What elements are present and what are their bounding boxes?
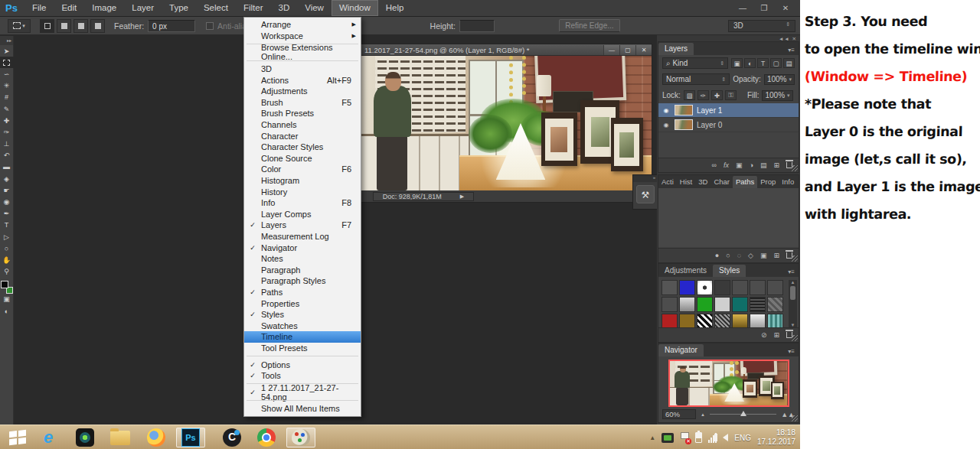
eraser-tool[interactable]: ▬ xyxy=(0,161,14,173)
resize-grip[interactable] xyxy=(792,255,798,262)
tab-navigator[interactable]: Navigator xyxy=(658,344,704,356)
brush-tool[interactable]: ✑ xyxy=(0,126,14,138)
clone-stamp-tool[interactable]: ⊥ xyxy=(0,138,14,150)
fill-input[interactable]: 100%▾ xyxy=(762,90,792,101)
selection-from-path-icon[interactable]: ◌ xyxy=(737,252,741,259)
window-restore-button[interactable]: ❐ xyxy=(759,4,769,12)
visibility-eye-icon[interactable]: ◉ xyxy=(662,122,671,129)
tab-prop[interactable]: Prop xyxy=(757,176,779,188)
window-minimize-button[interactable]: — xyxy=(737,4,748,12)
zoom-slider[interactable] xyxy=(710,414,776,415)
color-swatches[interactable] xyxy=(1,281,13,294)
menu-item-brush[interactable]: BrushF5 xyxy=(244,97,361,109)
menu-image[interactable]: Image xyxy=(84,0,124,16)
layer-mask-icon[interactable]: ▣ xyxy=(736,161,743,169)
workspace-switcher[interactable]: 3D⇕ xyxy=(728,20,795,32)
lock-paint-icon[interactable]: ✑ xyxy=(697,90,709,100)
style-swatch[interactable] xyxy=(767,280,783,295)
move-tool[interactable]: ➤ xyxy=(0,45,14,57)
menu-item-info[interactable]: InfoF8 xyxy=(244,197,361,209)
menu-edit[interactable]: Edit xyxy=(54,0,84,16)
blend-mode-select[interactable]: Normal⇕ xyxy=(662,73,730,85)
style-swatch[interactable] xyxy=(662,314,678,329)
document-canvas[interactable] xyxy=(361,56,652,190)
magic-wand-tool[interactable]: ✳ xyxy=(0,80,14,92)
tab-3d[interactable]: 3D xyxy=(695,176,710,188)
kind-filter-select[interactable]: ⌕ Kind⇕ xyxy=(662,57,728,69)
menu-item-3d[interactable]: 3D xyxy=(244,63,361,75)
refine-edge-button[interactable]: Refine Edge... xyxy=(559,19,620,32)
tool-preset-picker[interactable]: ▾ xyxy=(8,19,31,33)
doc-minimize-button[interactable]: — xyxy=(603,45,619,55)
path-selection-tool[interactable]: ▷ xyxy=(0,231,14,242)
crop-tool[interactable]: # xyxy=(0,92,14,103)
menu-3d[interactable]: 3D xyxy=(270,0,297,16)
navigator-zoom-value[interactable]: 60% xyxy=(662,409,696,419)
subtract-from-selection-button[interactable] xyxy=(74,19,88,33)
resize-grip[interactable] xyxy=(792,335,798,341)
smudge-tool[interactable]: ☛ xyxy=(0,184,14,196)
doc-restore-button[interactable]: ▢ xyxy=(619,45,635,55)
adjustment-layer-icon[interactable]: ◑ xyxy=(750,161,753,169)
style-swatch[interactable] xyxy=(662,280,678,295)
link-layers-icon[interactable]: ∞ xyxy=(712,161,717,169)
menu-item-channels[interactable]: Channels xyxy=(244,119,361,131)
new-layer-icon[interactable]: ⊞ xyxy=(773,161,779,169)
screen-mode-button[interactable]: ◐ xyxy=(0,305,14,317)
add-to-selection-button[interactable] xyxy=(57,19,71,33)
new-path-icon[interactable]: ⊞ xyxy=(773,252,779,259)
file-explorer-icon[interactable] xyxy=(109,428,132,447)
dodge-tool[interactable]: ◉ xyxy=(0,196,14,207)
clear-style-icon[interactable]: ⊘ xyxy=(761,331,767,339)
style-swatch[interactable] xyxy=(732,297,748,312)
layer-row-layer-0[interactable]: ◉Layer 0 xyxy=(658,118,799,132)
expand-arrows-icon[interactable]: » xyxy=(633,175,658,182)
zoom-slider-thumb[interactable] xyxy=(740,411,746,416)
style-swatch[interactable] xyxy=(697,297,713,312)
scrollbar[interactable]: ▲▼ xyxy=(789,280,797,327)
collapse-arrows-icon[interactable]: ▸▸ xyxy=(0,36,13,45)
menu-view[interactable]: View xyxy=(297,0,332,16)
adjustment-filter-icon[interactable]: ◐ xyxy=(744,58,756,68)
style-swatch[interactable] xyxy=(750,280,766,295)
new-style-icon[interactable]: ⊞ xyxy=(773,331,779,339)
style-swatch[interactable] xyxy=(679,297,695,312)
hand-tool[interactable]: ✋ xyxy=(0,254,14,265)
tab-acti[interactable]: Acti xyxy=(658,176,677,188)
style-swatch[interactable] xyxy=(714,297,730,312)
menu-item-tools[interactable]: ✓Tools xyxy=(244,370,361,382)
menu-item-adjustments[interactable]: Adjustments xyxy=(244,86,361,97)
new-selection-button[interactable] xyxy=(40,19,54,33)
height-input[interactable] xyxy=(459,20,495,32)
menu-item-color[interactable]: ColorF6 xyxy=(244,164,361,175)
navigator-thumbnail[interactable] xyxy=(668,360,789,407)
lasso-tool[interactable]: ∽ xyxy=(0,68,14,80)
zoom-tool[interactable]: ⚲ xyxy=(0,266,14,278)
menu-select[interactable]: Select xyxy=(196,0,236,16)
stroke-path-icon[interactable]: ○ xyxy=(726,252,730,259)
smart-object-filter-icon[interactable]: ▤ xyxy=(783,58,795,68)
tab-paths[interactable]: Paths xyxy=(733,176,757,188)
tab-layers[interactable]: Layers xyxy=(658,43,694,55)
visibility-eye-icon[interactable]: ◉ xyxy=(662,107,671,114)
menu-filter[interactable]: Filter xyxy=(236,0,271,16)
menu-item-arrange[interactable]: Arrange▶ xyxy=(244,19,361,31)
shape-tool[interactable]: ○ xyxy=(0,242,14,254)
menu-item-layer-comps[interactable]: Layer Comps xyxy=(244,209,361,220)
chrome-icon[interactable] xyxy=(255,428,278,447)
style-swatch[interactable] xyxy=(750,314,766,329)
c-messenger-icon[interactable]: C xyxy=(220,428,243,447)
battery-icon[interactable] xyxy=(695,432,702,443)
style-swatch[interactable] xyxy=(767,314,783,329)
quick-mask-button[interactable]: ▣ xyxy=(0,294,14,305)
resize-grip[interactable] xyxy=(792,415,798,421)
style-swatch[interactable] xyxy=(750,297,766,312)
panel-menu-icon[interactable]: ▾≡ xyxy=(784,347,799,356)
tools-panel-icon[interactable]: ⚒ xyxy=(636,185,655,203)
document-titlebar[interactable]: 11.2017_21-27-54.png @ 60% (Layer 1, RGB… xyxy=(361,44,652,56)
group-layers-icon[interactable]: ▤ xyxy=(760,161,767,169)
zoom-out-icon[interactable]: ▲ xyxy=(701,412,705,417)
menu-layer[interactable]: Layer xyxy=(124,0,162,16)
action-center-icon[interactable] xyxy=(680,432,689,443)
pixel-filter-icon[interactable]: ▣ xyxy=(731,58,743,68)
